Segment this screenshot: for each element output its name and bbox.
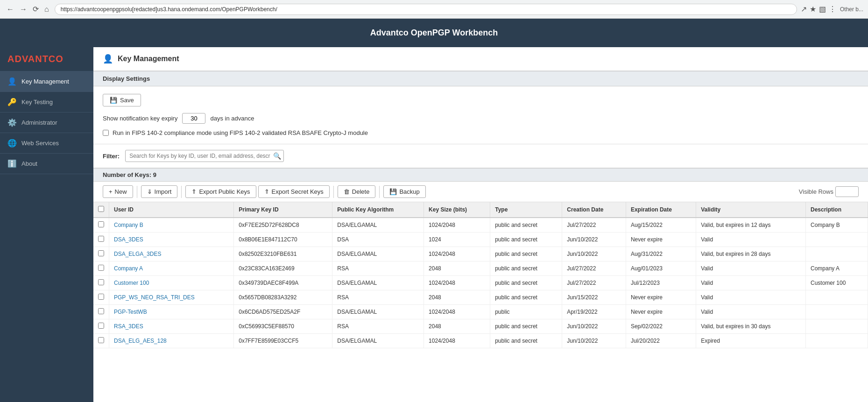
cell-expiration-2: Aug/31/2022 bbox=[626, 247, 696, 261]
user-id-link-5[interactable]: PGP_WS_NEO_RSA_TRI_DES bbox=[114, 294, 195, 301]
row-check-5[interactable] bbox=[98, 294, 104, 300]
row-check-1[interactable] bbox=[98, 236, 104, 242]
notification-label: Show notification key expiry bbox=[103, 115, 177, 122]
cell-type-2: public and secret bbox=[490, 247, 562, 261]
th-select-all[interactable] bbox=[93, 202, 109, 218]
user-id-link-6[interactable]: PGP-TestWB bbox=[114, 309, 147, 315]
row-checkbox-4[interactable] bbox=[93, 276, 109, 290]
table-row: PGP-TestWB 0x6CD6AD575ED25A2F DSA/ELGAMA… bbox=[93, 305, 868, 319]
th-type: Type bbox=[490, 202, 562, 218]
row-checkbox-2[interactable] bbox=[93, 247, 109, 261]
home-button[interactable]: ⌂ bbox=[42, 3, 51, 15]
row-checkbox-1[interactable] bbox=[93, 233, 109, 247]
cell-expiration-7: Sep/02/2022 bbox=[626, 319, 696, 334]
cell-algorithm-2: DSA/ELGAMAL bbox=[332, 247, 424, 261]
row-checkbox-0[interactable] bbox=[93, 218, 109, 233]
cell-user-id-8[interactable]: DSA_ELG_AES_128 bbox=[109, 334, 234, 348]
fips-row: Run in FIPS 140-2 compliance mode using … bbox=[103, 129, 859, 136]
save-button[interactable]: 💾 Save bbox=[103, 94, 141, 106]
row-check-3[interactable] bbox=[98, 265, 104, 271]
row-check-2[interactable] bbox=[98, 250, 104, 256]
reload-button[interactable]: ⟳ bbox=[31, 3, 41, 15]
bookmark-icon[interactable]: ★ bbox=[810, 5, 816, 14]
cell-key-size-0: 1024/2048 bbox=[424, 218, 490, 233]
cell-creation-4: Jul/27/2022 bbox=[562, 276, 626, 290]
app-body: ADVANTCO 👤 Key Management🔑 Key Testing⚙️… bbox=[0, 47, 868, 402]
cell-description-8 bbox=[806, 334, 868, 348]
visible-rows-input[interactable] bbox=[835, 186, 859, 197]
sidebar-item-web-services[interactable]: 🌐 Web Services bbox=[0, 133, 93, 154]
cell-user-id-3[interactable]: Company A bbox=[109, 261, 234, 276]
row-check-4[interactable] bbox=[98, 279, 104, 285]
new-button[interactable]: + New bbox=[103, 185, 133, 198]
cell-user-id-2[interactable]: DSA_ELGA_3DES bbox=[109, 247, 234, 261]
backup-button[interactable]: 💾 Backup bbox=[383, 185, 425, 198]
user-id-link-1[interactable]: DSA_3DES bbox=[114, 236, 143, 243]
sidebar-icon-key-testing: 🔑 bbox=[7, 98, 17, 106]
row-check-0[interactable] bbox=[98, 221, 104, 227]
row-checkbox-6[interactable] bbox=[93, 305, 109, 319]
display-settings-header: Display Settings bbox=[93, 71, 868, 86]
sidebar-label-key-management: Key Management bbox=[21, 78, 69, 85]
cell-description-0: Company B bbox=[806, 218, 868, 233]
cell-user-id-5[interactable]: PGP_WS_NEO_RSA_TRI_DES bbox=[109, 290, 234, 305]
cell-user-id-1[interactable]: DSA_3DES bbox=[109, 233, 234, 247]
sidebar-label-web-services: Web Services bbox=[21, 140, 59, 147]
sidebar-icon-key-management: 👤 bbox=[7, 77, 17, 86]
cell-creation-2: Jun/10/2022 bbox=[562, 247, 626, 261]
sidebar-item-key-testing[interactable]: 🔑 Key Testing bbox=[0, 92, 93, 113]
row-check-8[interactable] bbox=[98, 337, 104, 343]
extensions-icon[interactable]: ▧ bbox=[819, 5, 826, 14]
row-checkbox-5[interactable] bbox=[93, 290, 109, 305]
user-id-link-7[interactable]: RSA_3DES bbox=[114, 323, 143, 330]
user-id-link-3[interactable]: Company A bbox=[114, 265, 143, 272]
import-button[interactable]: ⇓ Import bbox=[141, 185, 178, 198]
other-bookmarks: Other b... bbox=[840, 6, 863, 13]
separator-2 bbox=[181, 186, 182, 198]
sidebar-item-administrator[interactable]: ⚙️ Administrator bbox=[0, 113, 93, 133]
sidebar-item-key-management[interactable]: 👤 Key Management bbox=[0, 71, 93, 92]
sidebar-item-about[interactable]: ℹ️ About bbox=[0, 154, 93, 174]
cell-validity-1: Valid bbox=[696, 233, 806, 247]
keys-count-bar: Number of Keys: 9 bbox=[93, 168, 868, 182]
user-id-link-4[interactable]: Customer 100 bbox=[114, 280, 149, 286]
cell-type-0: public and secret bbox=[490, 218, 562, 233]
cell-user-id-6[interactable]: PGP-TestWB bbox=[109, 305, 234, 319]
export-public-button[interactable]: ⇑ Export Public Keys bbox=[185, 185, 256, 198]
sidebar-logo: ADVANTCO bbox=[0, 47, 93, 71]
user-id-link-0[interactable]: Company B bbox=[114, 222, 143, 228]
row-checkbox-8[interactable] bbox=[93, 334, 109, 348]
cell-key-id-4: 0x349739DAEC8F499A bbox=[234, 276, 332, 290]
delete-button[interactable]: 🗑 Delete bbox=[338, 185, 376, 198]
row-checkbox-3[interactable] bbox=[93, 261, 109, 276]
row-check-6[interactable] bbox=[98, 308, 104, 314]
user-id-link-2[interactable]: DSA_ELGA_3DES bbox=[114, 251, 161, 257]
cell-creation-5: Jun/15/2022 bbox=[562, 290, 626, 305]
days-input[interactable] bbox=[182, 113, 205, 124]
forward-button[interactable]: → bbox=[18, 3, 29, 15]
row-checkbox-7[interactable] bbox=[93, 319, 109, 334]
browser-nav[interactable]: ← → ⟳ ⌂ bbox=[5, 3, 51, 15]
sidebar-nav: 👤 Key Management🔑 Key Testing⚙️ Administ… bbox=[0, 71, 93, 174]
cell-key-id-6: 0x6CD6AD575ED25A2F bbox=[234, 305, 332, 319]
menu-icon[interactable]: ⋮ bbox=[829, 5, 836, 14]
back-button[interactable]: ← bbox=[5, 3, 16, 15]
cell-description-5 bbox=[806, 290, 868, 305]
search-input[interactable] bbox=[125, 150, 284, 162]
url-bar[interactable] bbox=[55, 4, 797, 15]
cell-user-id-0[interactable]: Company B bbox=[109, 218, 234, 233]
user-id-link-8[interactable]: DSA_ELG_AES_128 bbox=[114, 338, 167, 344]
cell-user-id-4[interactable]: Customer 100 bbox=[109, 276, 234, 290]
th-description: Description bbox=[806, 202, 868, 218]
export-secret-button[interactable]: ⇑ Export Secret Keys bbox=[258, 185, 330, 198]
page-header: 👤 Key Management bbox=[93, 47, 868, 71]
cell-description-1 bbox=[806, 233, 868, 247]
table-row: PGP_WS_NEO_RSA_TRI_DES 0x5657DB08283A329… bbox=[93, 290, 868, 305]
sidebar-label-key-testing: Key Testing bbox=[21, 99, 53, 106]
fips-checkbox[interactable] bbox=[103, 130, 109, 136]
select-all-checkbox[interactable] bbox=[98, 206, 104, 212]
cell-user-id-7[interactable]: RSA_3DES bbox=[109, 319, 234, 334]
row-check-7[interactable] bbox=[98, 323, 104, 329]
search-wrapper: 🔍 bbox=[125, 150, 284, 162]
share-icon[interactable]: ↗ bbox=[801, 5, 807, 14]
